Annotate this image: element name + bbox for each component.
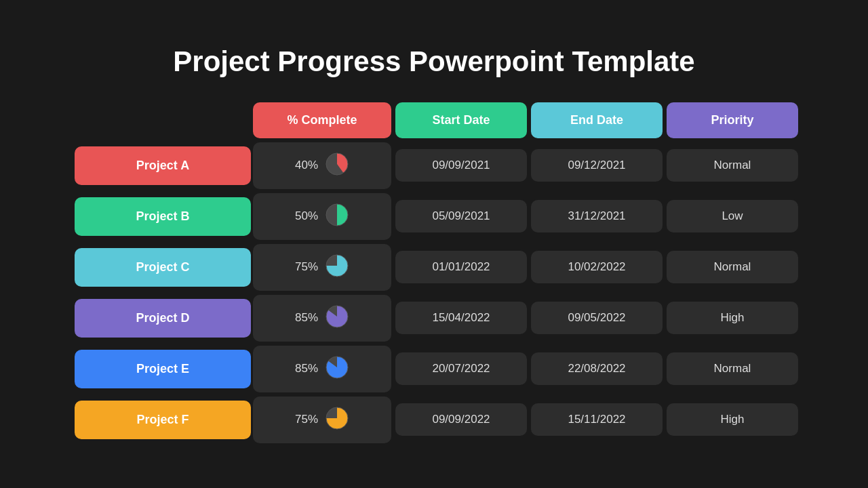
project-label: Project B <box>75 197 251 236</box>
percent-cell: 50% <box>253 193 391 240</box>
start-date-cell: 01/01/2022 <box>395 251 527 283</box>
end-date-cell: 09/12/2021 <box>531 149 663 182</box>
project-label: Project C <box>75 248 251 287</box>
header-start: Start Date <box>395 102 527 138</box>
priority-cell: High <box>667 403 798 436</box>
project-label: Project A <box>75 146 251 185</box>
pie-chart-icon <box>325 304 349 332</box>
percent-value: 50% <box>295 209 318 223</box>
end-date-cell: 10/02/2022 <box>531 251 663 283</box>
table-row: Project C 75% 01/01/2022 10/02/2022 Norm… <box>75 244 793 291</box>
header-complete: % Complete <box>253 102 391 138</box>
table-header: % Complete Start Date End Date Priority <box>75 102 793 138</box>
table-row: Project B 50% 05/09/2021 31/12/2021 Low <box>75 193 793 240</box>
priority-cell: Normal <box>667 149 798 182</box>
percent-value: 75% <box>295 260 318 274</box>
table-row: Project A 40% 09/09/2021 09/12/2021 Norm… <box>75 142 793 189</box>
project-label: Project F <box>75 401 251 439</box>
percent-value: 85% <box>295 311 318 325</box>
end-date-cell: 31/12/2021 <box>531 200 663 232</box>
pie-chart-icon <box>325 203 349 230</box>
percent-cell: 40% <box>253 142 391 189</box>
end-date-cell: 22/08/2022 <box>531 352 663 385</box>
table-row: Project D 85% 15/04/2022 09/05/2022 High <box>75 295 793 342</box>
start-date-cell: 15/04/2022 <box>395 302 527 334</box>
start-date-cell: 09/09/2021 <box>395 149 527 182</box>
pie-chart-icon <box>325 152 349 180</box>
priority-cell: Normal <box>667 352 798 385</box>
project-label: Project E <box>75 350 251 388</box>
pie-chart-icon <box>325 355 349 383</box>
start-date-cell: 09/09/2022 <box>395 403 527 436</box>
percent-value: 85% <box>295 362 318 375</box>
priority-cell: Low <box>667 200 798 232</box>
header-priority: Priority <box>667 102 798 138</box>
pie-chart-icon <box>325 406 349 434</box>
table-row: Project F 75% 09/09/2022 15/11/2022 High <box>75 396 793 443</box>
pie-chart-icon <box>325 253 349 281</box>
priority-cell: High <box>667 302 798 334</box>
percent-cell: 85% <box>253 346 391 392</box>
percent-cell: 75% <box>253 244 391 291</box>
table-wrapper: % Complete Start Date End Date Priority … <box>75 102 793 443</box>
start-date-cell: 05/09/2021 <box>395 200 527 232</box>
table-row: Project E 85% 20/07/2022 22/08/2022 Norm… <box>75 346 793 392</box>
start-date-cell: 20/07/2022 <box>395 352 527 385</box>
percent-value: 75% <box>295 413 318 426</box>
end-date-cell: 09/05/2022 <box>531 302 663 334</box>
percent-value: 40% <box>295 159 318 172</box>
header-end: End Date <box>531 102 663 138</box>
end-date-cell: 15/11/2022 <box>531 403 663 436</box>
priority-cell: Normal <box>667 251 798 283</box>
page-title: Project Progress Powerpoint Template <box>173 45 694 78</box>
project-label: Project D <box>75 299 251 338</box>
percent-cell: 85% <box>253 295 391 342</box>
table-body: Project A 40% 09/09/2021 09/12/2021 Norm… <box>75 142 793 443</box>
percent-cell: 75% <box>253 396 391 443</box>
